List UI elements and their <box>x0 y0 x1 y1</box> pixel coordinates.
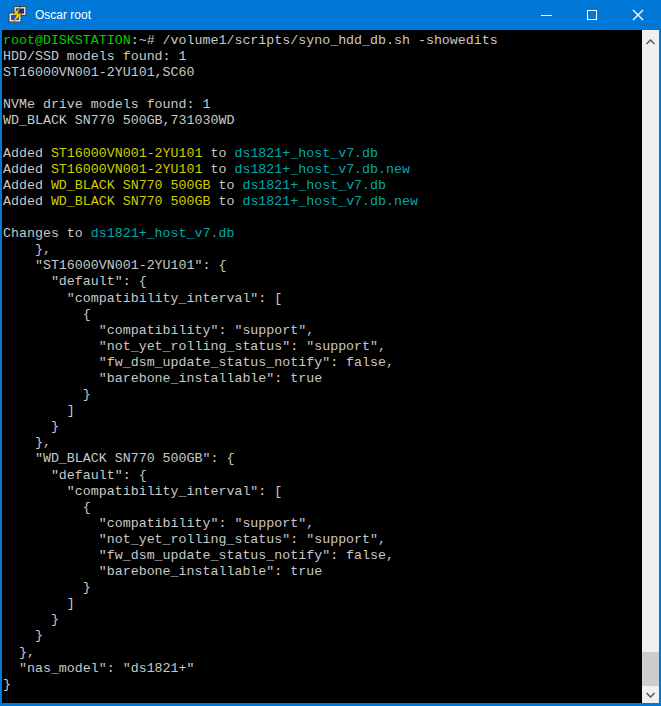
terminal-line: } <box>3 628 642 644</box>
terminal-line: } <box>3 419 642 435</box>
scrollbar-thumb[interactable] <box>642 652 659 686</box>
terminal-line: "compatibility": "support", <box>3 323 642 339</box>
terminal-line: } <box>3 580 642 596</box>
terminal-line: } <box>3 612 642 628</box>
terminal-line: }, <box>3 435 642 451</box>
terminal-line: "not_yet_rolling_status": "support", <box>3 532 642 548</box>
close-button[interactable] <box>615 0 661 30</box>
terminal-line: Added ST16000VN001-2YU101 to ds1821+_hos… <box>3 162 642 178</box>
terminal-line: "default": { <box>3 274 642 290</box>
terminal-line: } <box>3 387 642 403</box>
terminal-line: }, <box>3 242 642 258</box>
terminal-line: "WD_BLACK SN770 500GB": { <box>3 451 642 467</box>
terminal-line: } <box>3 677 642 693</box>
terminal-line: "ST16000VN001-2YU101": { <box>3 258 642 274</box>
terminal-line: HDD/SSD models found: 1 <box>3 49 642 65</box>
terminal-line: "not_yet_rolling_status": "support", <box>3 339 642 355</box>
terminal-line: "barebone_installable": true <box>3 564 642 580</box>
terminal-line: { <box>3 500 642 516</box>
putty-app-icon[interactable] <box>8 5 28 25</box>
scroll-up-button[interactable] <box>642 33 659 50</box>
minimize-icon <box>541 15 552 16</box>
terminal-line <box>3 81 642 97</box>
close-icon <box>632 9 644 21</box>
window-title: Oscar root <box>35 8 91 22</box>
chevron-down-icon <box>646 692 655 698</box>
terminal-line: "compatibility_interval": [ <box>3 291 642 307</box>
terminal-line: Added ST16000VN001-2YU101 to ds1821+_hos… <box>3 146 642 162</box>
terminal-line: "default": { <box>3 468 642 484</box>
terminal-line: "compatibility": "support", <box>3 516 642 532</box>
terminal-line: "barebone_installable": true <box>3 371 642 387</box>
terminal-line: Added WD_BLACK SN770 500GB to ds1821+_ho… <box>3 178 642 194</box>
terminal-line: Changes to ds1821+_host_v7.db <box>3 226 642 242</box>
chevron-up-icon <box>646 39 655 45</box>
titlebar[interactable]: Oscar root <box>0 0 661 30</box>
minimize-button[interactable] <box>523 0 569 30</box>
terminal-line: ] <box>3 596 642 612</box>
terminal-line: WD_BLACK SN770 500GB,731030WD <box>3 113 642 129</box>
terminal-output[interactable]: root@DISKSTATION:~# /volume1/scripts/syn… <box>2 30 642 703</box>
terminal-line: "nas_model": "ds1821+" <box>3 661 642 677</box>
terminal-line: ] <box>3 403 642 419</box>
terminal-line: "fw_dsm_update_status_notify": false, <box>3 548 642 564</box>
terminal-line: ST16000VN001-2YU101,SC60 <box>3 65 642 81</box>
scroll-down-button[interactable] <box>642 686 659 703</box>
maximize-icon <box>587 10 597 20</box>
terminal-line <box>3 130 642 146</box>
window-body: root@DISKSTATION:~# /volume1/scripts/syn… <box>2 30 659 703</box>
terminal-line: NVMe drive models found: 1 <box>3 97 642 113</box>
terminal-line: root@DISKSTATION:~# /volume1/scripts/syn… <box>3 33 642 49</box>
terminal-line: }, <box>3 645 642 661</box>
putty-icon <box>8 5 28 25</box>
putty-window: Oscar root root@DISKSTATION:~# /volume1/… <box>0 0 661 706</box>
terminal-line: { <box>3 307 642 323</box>
terminal-line: Added WD_BLACK SN770 500GB to ds1821+_ho… <box>3 194 642 210</box>
scrollbar[interactable] <box>642 30 659 703</box>
maximize-button[interactable] <box>569 0 615 30</box>
terminal-line: "compatibility_interval": [ <box>3 484 642 500</box>
terminal-line: "fw_dsm_update_status_notify": false, <box>3 355 642 371</box>
terminal-line <box>3 210 642 226</box>
